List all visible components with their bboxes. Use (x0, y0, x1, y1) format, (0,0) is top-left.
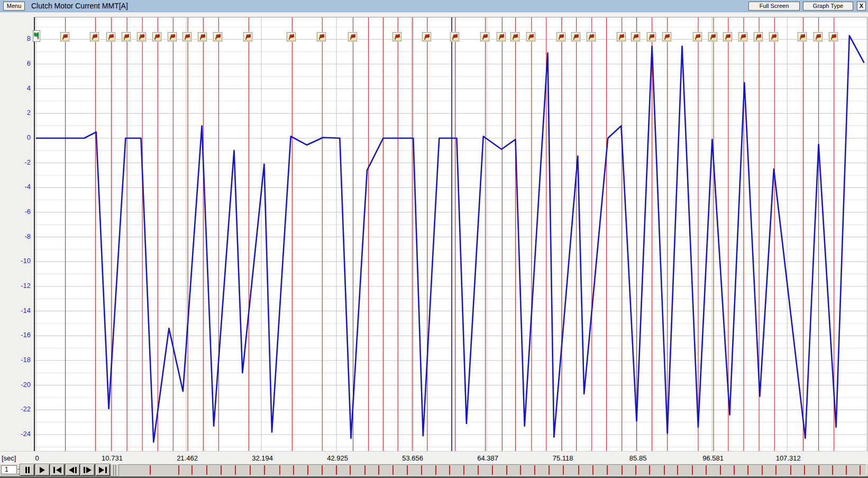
event-flag-icon[interactable] (769, 32, 778, 41)
event-flag-icon[interactable] (106, 32, 115, 41)
event-flag-icon[interactable] (647, 32, 656, 41)
event-flag-icon[interactable] (168, 32, 177, 41)
red-flag-icon (514, 34, 518, 38)
event-flag-icon[interactable] (510, 32, 519, 41)
y-tick-label: -20 (10, 381, 31, 389)
y-tick-label: -18 (10, 356, 31, 364)
event-flag-icon[interactable] (392, 32, 401, 41)
event-flag-icon[interactable] (182, 32, 191, 41)
timeline-event-tick (635, 465, 636, 475)
event-flag-icon[interactable] (814, 32, 823, 41)
event-flag-icon[interactable] (422, 32, 431, 41)
pause-button[interactable] (20, 464, 34, 476)
timeline-event-tick (622, 465, 623, 475)
full-screen-button[interactable]: Full Screen (748, 2, 800, 11)
step-forward-icon (86, 467, 92, 473)
red-flag-icon (425, 34, 430, 38)
event-flag-icon[interactable] (571, 32, 580, 41)
step-back-button[interactable] (66, 464, 80, 476)
timeline-event-tick (607, 465, 608, 475)
timeline-event-tick (178, 465, 179, 475)
event-flag-icon[interactable] (631, 32, 640, 41)
timeline-event-tick (191, 465, 193, 475)
skip-to-start-button[interactable] (50, 464, 65, 476)
timeline-event-tick (350, 465, 351, 475)
event-flag-icon[interactable] (137, 32, 146, 41)
timeline-event-tick (818, 465, 819, 475)
red-flag-icon (726, 34, 730, 38)
event-flag-icon[interactable] (526, 32, 535, 41)
red-flag-icon (620, 34, 624, 38)
event-flag-icon[interactable] (122, 32, 131, 41)
red-flag-icon (453, 34, 458, 38)
red-flag-icon (634, 34, 638, 38)
event-flag-icon[interactable] (348, 32, 357, 41)
y-tick-label: -12 (10, 282, 31, 290)
playback-toolbar: 1 (0, 464, 868, 476)
event-flag-icon[interactable] (587, 32, 596, 41)
y-tick-label: -8 (10, 232, 31, 240)
red-flag-icon (801, 34, 805, 38)
event-flag-icon[interactable] (662, 32, 671, 41)
red-flag-icon (665, 34, 670, 38)
red-flag-icon (216, 34, 221, 38)
event-flag-icon[interactable] (198, 32, 207, 41)
timeline-event-tick (846, 465, 847, 475)
event-flag-icon[interactable] (213, 32, 222, 41)
chart-plot-area[interactable] (34, 17, 867, 452)
event-flag-icon[interactable] (60, 32, 69, 41)
event-flag-icon[interactable] (738, 32, 747, 41)
y-tick-label: -6 (10, 208, 31, 215)
waveform-svg (35, 17, 867, 452)
timeline-event-tick (506, 465, 507, 475)
event-flag-icon[interactable] (798, 32, 807, 41)
event-flag-icon[interactable] (829, 32, 838, 41)
red-flag-icon (560, 34, 564, 38)
timeline-event-tick (463, 465, 464, 475)
close-button[interactable]: X (857, 2, 866, 11)
y-tick-label: 8 (10, 34, 31, 42)
event-flag-icon[interactable] (556, 32, 565, 41)
timeline-event-tick (336, 465, 337, 475)
timeline-scrubber[interactable] (118, 464, 866, 476)
event-flag-icon[interactable] (317, 32, 326, 41)
event-flag-icon[interactable] (287, 32, 296, 41)
step-back-icon (75, 467, 77, 473)
timeline-event-tick (364, 465, 366, 475)
x-tick-label: 32.194 (239, 454, 286, 462)
timeline-event-tick (563, 465, 564, 475)
timeline-event-tick (860, 465, 861, 475)
y-tick-label: -14 (10, 306, 31, 314)
play-button[interactable] (35, 464, 50, 476)
event-flag-icon[interactable] (754, 32, 763, 41)
event-flag-icon[interactable] (450, 32, 459, 41)
x-tick-label: 42.925 (314, 454, 361, 462)
skip-to-end-button[interactable] (96, 464, 110, 476)
event-flag-icon[interactable] (243, 32, 252, 41)
timeline-event-tick (492, 465, 493, 475)
pause-icon (25, 467, 27, 473)
step-forward-button[interactable] (80, 464, 95, 476)
menu-button[interactable]: Menu (3, 2, 25, 11)
red-flag-icon (817, 34, 821, 38)
timeline-event-tick (804, 465, 805, 475)
timeline-event-tick (762, 465, 763, 475)
event-flag-icon[interactable] (152, 32, 161, 41)
event-flag-icon[interactable] (693, 32, 702, 41)
event-flag-icon[interactable] (497, 32, 506, 41)
event-flag-icon[interactable] (480, 32, 489, 41)
start-marker-green-flag-icon[interactable] (33, 30, 40, 42)
timeline-event-tick (692, 465, 693, 475)
interval-input[interactable]: 1 (1, 465, 17, 474)
graph-type-button[interactable]: Graph Type (803, 2, 853, 11)
x-tick-label: 75.118 (539, 454, 587, 462)
event-flag-icon[interactable] (90, 32, 99, 41)
event-flag-icon[interactable] (617, 32, 626, 41)
timeline-event-tick (706, 465, 707, 475)
y-tick-label: -4 (10, 183, 31, 191)
y-tick-label: -22 (10, 405, 31, 413)
red-flag-icon (290, 34, 294, 38)
timeline-event-tick (649, 465, 650, 475)
event-flag-icon[interactable] (723, 32, 732, 41)
event-flag-icon[interactable] (708, 32, 717, 41)
